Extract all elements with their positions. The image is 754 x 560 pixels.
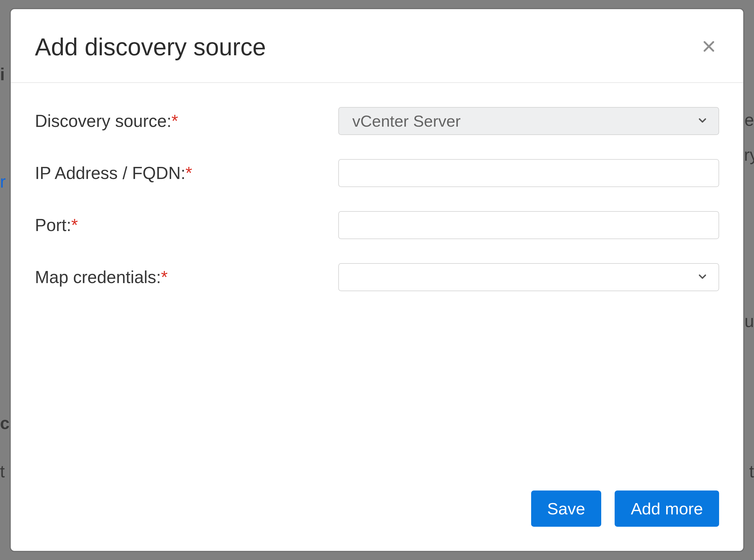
label-text: IP Address / FQDN: (35, 163, 186, 183)
row-ip-fqdn: IP Address / FQDN:* (35, 159, 719, 187)
backdrop-fragment: u (744, 311, 754, 331)
add-discovery-source-modal: Add discovery source Discovery source:* … (9, 8, 744, 552)
control-wrap-port (339, 211, 719, 239)
map-credentials-select[interactable] (339, 263, 719, 291)
modal-header: Add discovery source (11, 9, 743, 83)
add-more-button[interactable]: Add more (615, 491, 719, 527)
control-wrap-map-credentials (339, 263, 719, 291)
close-button[interactable] (699, 38, 719, 57)
save-button[interactable]: Save (531, 491, 601, 527)
port-input[interactable] (339, 211, 719, 239)
label-discovery-source: Discovery source:* (35, 111, 339, 131)
label-text: Map credentials: (35, 267, 161, 287)
backdrop-fragment: t (749, 461, 754, 481)
close-icon (701, 38, 716, 57)
required-asterisk: * (186, 163, 192, 183)
modal-title: Add discovery source (35, 33, 266, 61)
backdrop-fragment: ry (744, 145, 754, 165)
label-text: Discovery source: (35, 112, 172, 131)
backdrop-fragment: c (0, 413, 9, 433)
required-asterisk: * (71, 216, 78, 235)
control-wrap-discovery-source: vCenter Server (339, 107, 719, 135)
modal-body: Discovery source:* vCenter Server IP Add… (11, 83, 743, 491)
modal-footer: Save Add more (11, 491, 743, 551)
control-wrap-ip-fqdn (339, 159, 719, 187)
required-asterisk: * (161, 267, 168, 287)
label-port: Port:* (35, 215, 339, 235)
label-ip-fqdn: IP Address / FQDN:* (35, 163, 339, 183)
row-port: Port:* (35, 211, 719, 239)
label-map-credentials: Map credentials:* (35, 267, 339, 287)
backdrop-fragment: r (0, 172, 6, 192)
label-text: Port: (35, 216, 71, 235)
required-asterisk: * (172, 112, 178, 131)
ip-fqdn-input[interactable] (339, 159, 719, 187)
backdrop-fragment: i (0, 64, 5, 84)
backdrop-fragment: e (744, 110, 754, 130)
row-discovery-source: Discovery source:* vCenter Server (35, 107, 719, 135)
backdrop-fragment: t (0, 461, 5, 481)
row-map-credentials: Map credentials:* (35, 263, 719, 291)
discovery-source-select[interactable]: vCenter Server (339, 107, 719, 135)
